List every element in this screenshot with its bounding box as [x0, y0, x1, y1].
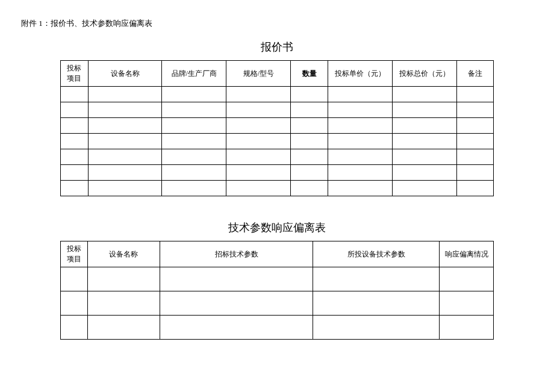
- attachment-label: 附件 1：报价书、技术参数响应偏离表: [21, 18, 536, 29]
- table-cell: [440, 291, 494, 316]
- table-cell: [392, 87, 456, 102]
- table-cell: [456, 134, 493, 149]
- table-cell: [291, 102, 328, 118]
- table-cell: [162, 149, 226, 165]
- table-cell: [456, 102, 493, 118]
- table-cell: [88, 118, 161, 134]
- table-cell: [88, 165, 161, 181]
- deviation-table: 投标 项目 设备名称 招标技术参数 所投设备技术参数 响应偏离情况: [60, 241, 494, 340]
- col-brand-manufacturer: 品牌/生产厂商: [162, 61, 226, 87]
- col-equipment-name: 设备名称: [88, 61, 161, 87]
- table-cell: [392, 118, 456, 134]
- table-cell: [440, 267, 494, 291]
- table-cell: [61, 165, 89, 181]
- table-cell: [291, 87, 328, 102]
- table-cell: [328, 181, 392, 196]
- table-cell: [328, 134, 392, 149]
- quotation-title: 报价书: [18, 40, 536, 54]
- table-cell: [291, 165, 328, 181]
- table-cell: [456, 165, 493, 181]
- table-cell: [160, 267, 313, 291]
- table-cell: [440, 316, 494, 340]
- table-cell: [88, 181, 161, 196]
- table-row: [61, 102, 494, 118]
- table-cell: [61, 149, 89, 165]
- table-cell: [328, 87, 392, 102]
- table-cell: [61, 87, 89, 102]
- table-cell: [291, 118, 328, 134]
- table-cell: [162, 118, 226, 134]
- table-cell: [328, 118, 392, 134]
- col-quantity: 数量: [291, 61, 328, 87]
- col-bid-item: 投标 项目: [61, 61, 89, 87]
- table-header-row: 投标 项目 设备名称 品牌/生产厂商 规格/型号 数量 投标单价（元） 投标总价…: [61, 61, 494, 87]
- table-cell: [313, 316, 440, 340]
- table-cell: [392, 102, 456, 118]
- table-cell: [456, 87, 493, 102]
- col-bid-item: 投标 项目: [61, 241, 88, 267]
- table-row: [61, 267, 494, 291]
- table-cell: [226, 181, 291, 196]
- table-cell: [87, 316, 160, 340]
- table-cell: [88, 102, 161, 118]
- table-cell: [392, 165, 456, 181]
- table-cell: [291, 134, 328, 149]
- table-cell: [162, 134, 226, 149]
- table-cell: [61, 102, 89, 118]
- table-cell: [160, 316, 313, 340]
- table-cell: [61, 316, 88, 340]
- col-total-price: 投标总价（元）: [392, 61, 456, 87]
- table-cell: [162, 165, 226, 181]
- table-cell: [88, 149, 161, 165]
- table-cell: [392, 181, 456, 196]
- table-cell: [392, 149, 456, 165]
- deviation-title: 技术参数响应偏离表: [18, 220, 536, 235]
- table-cell: [162, 102, 226, 118]
- table-cell: [328, 149, 392, 165]
- table-row: [61, 149, 494, 165]
- table-cell: [313, 267, 440, 291]
- col-spec-model: 规格/型号: [226, 61, 291, 87]
- col-unit-price: 投标单价（元）: [328, 61, 392, 87]
- table-cell: [226, 118, 291, 134]
- table-cell: [87, 291, 160, 316]
- table-cell: [162, 181, 226, 196]
- table-cell: [61, 267, 88, 291]
- table-cell: [456, 149, 493, 165]
- quotation-table: 投标 项目 设备名称 品牌/生产厂商 规格/型号 数量 投标单价（元） 投标总价…: [60, 60, 494, 196]
- table-row: [61, 118, 494, 134]
- table-row: [61, 165, 494, 181]
- table-cell: [456, 181, 493, 196]
- col-deviation: 响应偏离情况: [440, 241, 494, 267]
- table-cell: [87, 267, 160, 291]
- table-cell: [328, 102, 392, 118]
- table-row: [61, 181, 494, 196]
- table-row: [61, 316, 494, 340]
- table-row: [61, 134, 494, 149]
- table-cell: [61, 118, 89, 134]
- table-cell: [226, 134, 291, 149]
- table-cell: [291, 149, 328, 165]
- table-cell: [88, 134, 161, 149]
- table-row: [61, 291, 494, 316]
- col-bid-tech-params: 所投设备技术参数: [313, 241, 440, 267]
- table-cell: [226, 165, 291, 181]
- table-cell: [226, 149, 291, 165]
- table-cell: [456, 118, 493, 134]
- table-row: [61, 87, 494, 102]
- table-cell: [61, 134, 89, 149]
- table-cell: [162, 87, 226, 102]
- table-cell: [160, 291, 313, 316]
- table-cell: [226, 102, 291, 118]
- table-cell: [61, 291, 88, 316]
- table-cell: [61, 181, 89, 196]
- col-equipment-name: 设备名称: [87, 241, 160, 267]
- table-header-row: 投标 项目 设备名称 招标技术参数 所投设备技术参数 响应偏离情况: [61, 241, 494, 267]
- table-cell: [328, 165, 392, 181]
- table-cell: [291, 181, 328, 196]
- table-cell: [313, 291, 440, 316]
- col-tender-tech-params: 招标技术参数: [160, 241, 313, 267]
- col-remarks: 备注: [456, 61, 493, 87]
- table-cell: [392, 134, 456, 149]
- table-cell: [88, 87, 161, 102]
